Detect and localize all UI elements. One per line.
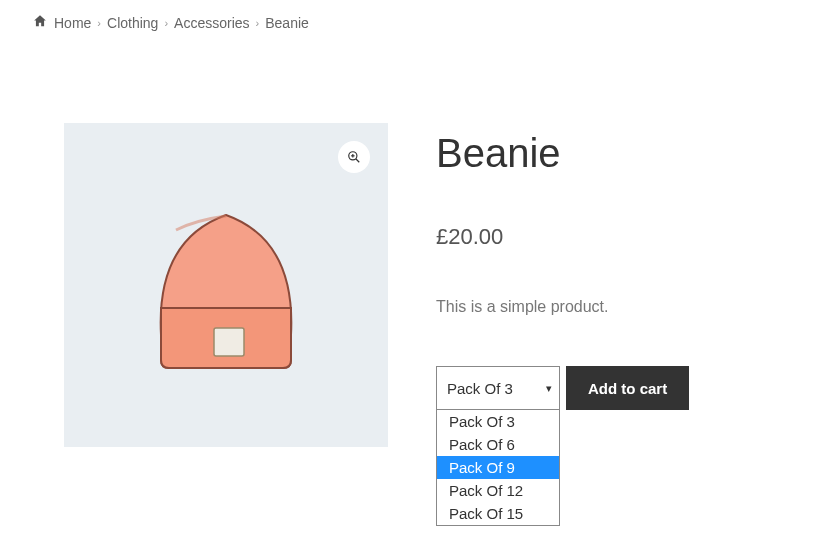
pack-select-wrapper: Pack Of 3 ▾ Pack Of 3 Pack Of 6 Pack Of …: [436, 366, 560, 410]
breadcrumb-clothing[interactable]: Clothing: [107, 15, 158, 31]
chevron-right-icon: ›: [164, 17, 168, 29]
chevron-right-icon: ›: [256, 17, 260, 29]
cart-form: Pack Of 3 ▾ Pack Of 3 Pack Of 6 Pack Of …: [436, 366, 760, 410]
breadcrumb-current: Beanie: [265, 15, 309, 31]
svg-rect-4: [214, 328, 244, 356]
pack-option[interactable]: Pack Of 3: [437, 410, 559, 433]
pack-option[interactable]: Pack Of 6: [437, 433, 559, 456]
product-price: £20.00: [436, 224, 760, 250]
breadcrumb: Home › Clothing › Accessories › Beanie: [0, 0, 824, 45]
home-icon: [32, 14, 48, 31]
product-container: Beanie £20.00 This is a simple product. …: [0, 45, 824, 447]
chevron-right-icon: ›: [97, 17, 101, 29]
add-to-cart-button[interactable]: Add to cart: [566, 366, 689, 410]
breadcrumb-accessories[interactable]: Accessories: [174, 15, 249, 31]
product-description: This is a simple product.: [436, 298, 760, 316]
svg-line-1: [356, 159, 360, 163]
pack-option[interactable]: Pack Of 9: [437, 456, 559, 479]
pack-option[interactable]: Pack Of 12: [437, 479, 559, 502]
breadcrumb-home[interactable]: Home: [54, 15, 91, 31]
product-illustration: [136, 190, 316, 380]
zoom-icon[interactable]: [338, 141, 370, 173]
pack-option[interactable]: Pack Of 15: [437, 502, 559, 525]
product-image[interactable]: [64, 123, 388, 447]
product-details: Beanie £20.00 This is a simple product. …: [436, 123, 760, 447]
pack-dropdown: Pack Of 3 Pack Of 6 Pack Of 9 Pack Of 12…: [436, 410, 560, 526]
product-title: Beanie: [436, 131, 760, 176]
pack-select[interactable]: Pack Of 3: [436, 366, 560, 410]
